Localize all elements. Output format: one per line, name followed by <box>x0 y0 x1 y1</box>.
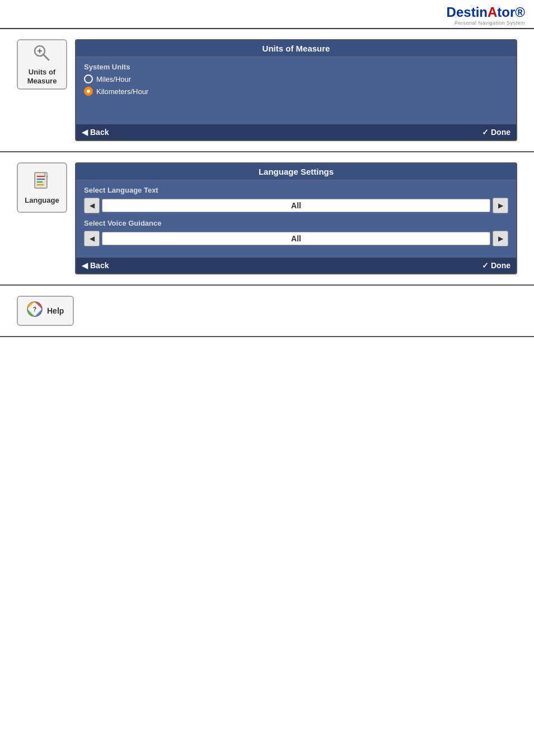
done-check-icon: ✓ <box>482 128 489 137</box>
language-panel-footer: ◀ Back ✓ Done <box>76 258 516 273</box>
units-panel-footer: ◀ Back ✓ Done <box>76 124 516 140</box>
voice-guidance-selector: ◀ All ▶ <box>84 231 508 246</box>
language-back-button[interactable]: ◀ Back <box>82 261 109 270</box>
language-panel-title: Language Settings <box>76 164 516 180</box>
language-panel: Language Settings Select Language Text ◀… <box>75 162 517 274</box>
svg-line-1 <box>43 54 49 60</box>
select-voice-guidance-label: Select Voice Guidance <box>84 219 508 227</box>
units-panel-body: System Units Miles/Hour Kilometers/Hour <box>76 57 516 124</box>
language-text-prev-button[interactable]: ◀ <box>84 198 100 213</box>
logo-text: DestinAtor® <box>447 4 525 20</box>
units-icon-box: Units ofMeasure <box>17 39 67 90</box>
language-icon-box: Language <box>17 162 67 213</box>
select-language-text-label: Select Language Text <box>84 186 508 194</box>
units-done-button[interactable]: ✓ Done <box>482 128 510 137</box>
header: DestinAtor® Personal Navigation System <box>0 0 534 29</box>
language-panel-body: Select Language Text ◀ All ▶ Select Voic… <box>76 180 516 258</box>
language-text-selector: ◀ All ▶ <box>84 198 508 213</box>
units-of-measure-section: Units ofMeasure Units of Measure System … <box>0 29 534 152</box>
help-label: Help <box>47 306 64 315</box>
language-svg-icon <box>31 170 53 192</box>
language-text-next-button[interactable]: ▶ <box>493 198 508 213</box>
miles-hour-label: Miles/Hour <box>96 75 131 83</box>
svg-text:?: ? <box>33 306 36 312</box>
kilometers-hour-radio[interactable] <box>84 87 93 96</box>
help-svg-icon: ? <box>27 301 43 317</box>
bottom-divider <box>0 336 534 337</box>
logo-a: A <box>488 4 497 20</box>
help-box[interactable]: ? Help <box>17 296 74 326</box>
system-units-label: System Units <box>84 63 508 71</box>
logo-tor: tor <box>497 4 515 20</box>
language-icon-label: Language <box>25 196 59 205</box>
language-section: Language Language Settings Select Langua… <box>0 152 534 286</box>
miles-hour-option[interactable]: Miles/Hour <box>84 74 508 83</box>
voice-guidance-next-button[interactable]: ▶ <box>493 231 508 246</box>
back-arrow-icon: ◀ <box>82 128 88 137</box>
units-svg-icon <box>32 43 52 63</box>
units-back-button[interactable]: ◀ Back <box>82 128 109 137</box>
voice-guidance-prev-button[interactable]: ◀ <box>84 231 100 246</box>
kilometers-hour-label: Kilometers/Hour <box>96 87 148 96</box>
logo-subtitle: Personal Navigation System <box>447 20 525 26</box>
units-icon-label: Units ofMeasure <box>27 68 57 85</box>
voice-guidance-value: All <box>102 232 490 245</box>
lang-back-arrow-icon: ◀ <box>82 261 88 270</box>
language-done-button[interactable]: ✓ Done <box>482 261 510 270</box>
miles-hour-radio[interactable] <box>84 74 93 83</box>
language-setting-row: Language Language Settings Select Langua… <box>17 162 517 274</box>
logo: DestinAtor® Personal Navigation System <box>447 4 525 26</box>
language-icon <box>31 170 53 194</box>
units-setting-row: Units ofMeasure Units of Measure System … <box>17 39 517 141</box>
language-text-value: All <box>102 199 490 212</box>
logo-destin: Destin <box>447 4 488 20</box>
help-icon: ? <box>27 301 43 320</box>
lang-done-check-icon: ✓ <box>482 261 489 270</box>
units-icon <box>32 43 52 66</box>
kilometers-hour-option[interactable]: Kilometers/Hour <box>84 87 508 96</box>
units-panel-title: Units of Measure <box>76 40 516 57</box>
help-section: ? Help <box>0 286 534 336</box>
units-panel: Units of Measure System Units Miles/Hour… <box>75 39 517 141</box>
